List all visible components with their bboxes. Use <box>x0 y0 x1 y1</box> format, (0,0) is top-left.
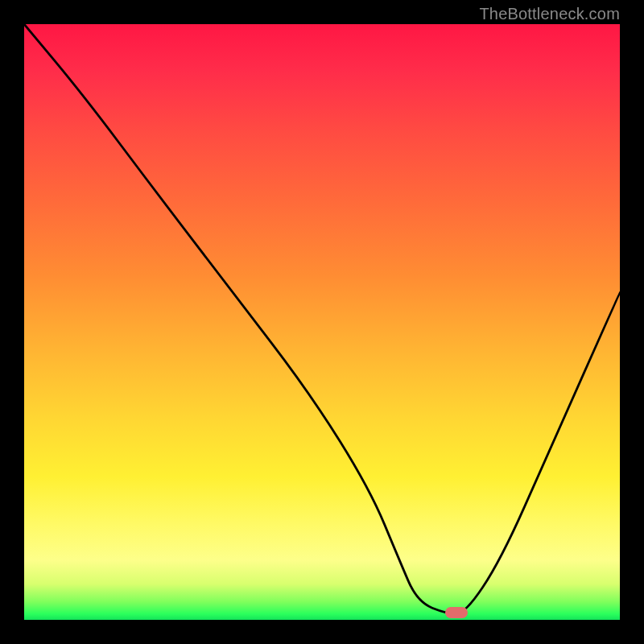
chart-frame <box>24 24 620 620</box>
plot-gradient-background <box>24 24 620 620</box>
optimal-point-marker <box>445 607 468 618</box>
watermark-text: TheBottleneck.com <box>479 5 620 23</box>
